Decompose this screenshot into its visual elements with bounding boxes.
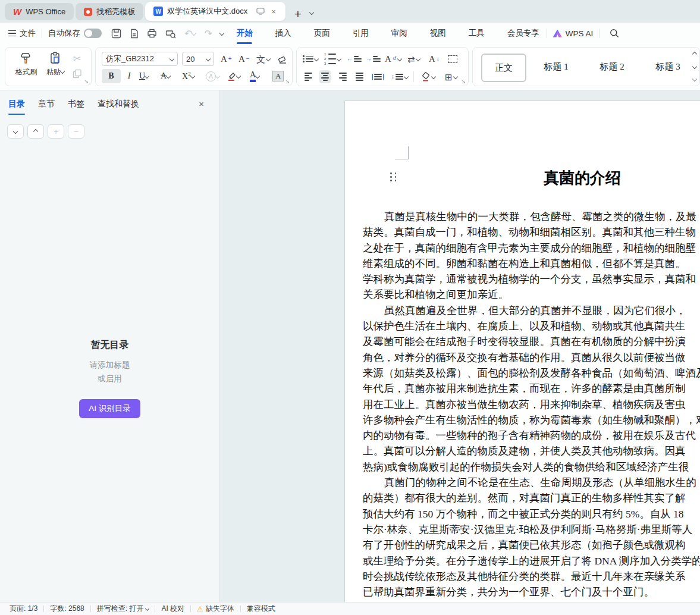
cut-icon[interactable]: ✂ bbox=[73, 53, 81, 64]
bold-button[interactable]: B bbox=[102, 69, 121, 83]
justify-button[interactable] bbox=[354, 70, 365, 83]
distribute-button[interactable] bbox=[371, 70, 385, 83]
font-dialog-launcher[interactable]: ↘ bbox=[285, 79, 290, 84]
autosave-toggle[interactable] bbox=[84, 29, 102, 38]
pinyin-guide-button[interactable]: A bbox=[204, 69, 221, 83]
text-effects-button[interactable]: 文 bbox=[256, 52, 270, 65]
line-spacing-button[interactable]: ↕ bbox=[390, 70, 410, 83]
align-center-button[interactable] bbox=[319, 70, 331, 83]
tab-list-chevron-icon[interactable] bbox=[309, 10, 314, 15]
tab-review[interactable]: 审阅 bbox=[390, 23, 409, 43]
redo-icon[interactable]: ↷ bbox=[204, 28, 212, 39]
decrease-indent-button[interactable]: ← bbox=[347, 52, 362, 65]
print-icon[interactable] bbox=[147, 29, 157, 38]
document-title[interactable]: 真菌的介绍 bbox=[345, 168, 700, 189]
document-canvas[interactable]: 真菌的介绍 真菌是真核生物中的一大类群，包含酵母、霉菌之类的微生物，及最菇类。真… bbox=[220, 90, 700, 602]
sidebar-tab-chapters[interactable]: 章节 bbox=[38, 99, 55, 115]
outline-expand-button[interactable]: + bbox=[48, 124, 64, 139]
doc-line: 及霉菌可能会在结成孢子时变得较显眼。真菌在有机物质的分解中扮演 bbox=[363, 334, 700, 349]
document-body[interactable]: 真菌是真核生物中的一大类群，包含酵母、霉菌之类的微生物，及最菇类。真菌自成一门，… bbox=[363, 209, 700, 602]
styles-group: 正文 标题 1 标题 2 标题 3 bbox=[472, 47, 700, 86]
ribbon: 格式刷 粘贴 ✂ ↘ 仿宋_GB2312 20 A+ A− 文 B I U A … bbox=[0, 44, 700, 90]
underline-button[interactable]: U bbox=[137, 69, 150, 83]
strikethrough-button[interactable]: A bbox=[159, 69, 172, 83]
shading-button[interactable] bbox=[419, 70, 437, 83]
search-icon[interactable] bbox=[610, 29, 619, 38]
highlight-button[interactable] bbox=[225, 69, 242, 83]
sidebar-tab-find-replace[interactable]: 查找和替换 bbox=[98, 99, 139, 115]
outline-collapse-button[interactable]: − bbox=[68, 124, 84, 139]
quick-access-chevron-icon[interactable] bbox=[219, 31, 224, 36]
align-left-button[interactable] bbox=[303, 70, 314, 83]
font-size-chevron-icon bbox=[206, 57, 211, 61]
style-heading3[interactable]: 标题 3 bbox=[646, 48, 689, 86]
close-tab-icon[interactable]: × bbox=[270, 7, 277, 16]
tab-page[interactable]: 页面 bbox=[313, 23, 331, 43]
font-color-button[interactable]: A bbox=[248, 69, 261, 83]
left-to-right-button[interactable]: ⇄ bbox=[407, 52, 420, 65]
shrink-font-button[interactable]: A− bbox=[238, 52, 250, 65]
monitor-icon[interactable] bbox=[256, 8, 265, 15]
char-shading-button[interactable]: A bbox=[271, 69, 285, 83]
font-name-select[interactable]: 仿宋_GB2312 bbox=[102, 52, 178, 66]
spell-check-status[interactable]: 拼写检查: 打开 bbox=[91, 604, 155, 614]
compat-mode-indicator[interactable]: 兼容模式 bbox=[241, 604, 281, 614]
italic-button[interactable]: I bbox=[121, 69, 137, 83]
divider bbox=[42, 29, 42, 38]
document-page[interactable]: 真菌的介绍 真菌是真核生物中的一大类群，包含酵母、霉菌之类的微生物，及最菇类。真… bbox=[344, 101, 700, 602]
tab-view[interactable]: 视图 bbox=[429, 23, 447, 43]
paragraph-dialog-launcher[interactable]: ↘ bbox=[461, 79, 466, 84]
tab-wps-office[interactable]: W WPS Office bbox=[5, 3, 74, 20]
style-heading1[interactable]: 标题 1 bbox=[535, 48, 577, 86]
tab-docer-template[interactable]: 找稻壳模板 bbox=[76, 3, 143, 20]
tab-reference[interactable]: 引用 bbox=[351, 23, 370, 43]
style-heading2[interactable]: 标题 2 bbox=[591, 48, 633, 86]
gallery-more-icon[interactable] bbox=[692, 77, 697, 81]
file-menu[interactable]: 文件 bbox=[20, 28, 36, 39]
bullet-list-button[interactable] bbox=[303, 52, 318, 65]
copy-icon[interactable] bbox=[73, 69, 82, 81]
outline-prev-button[interactable] bbox=[27, 124, 44, 139]
gallery-down-icon[interactable] bbox=[692, 64, 697, 69]
font-size-select[interactable]: 20 bbox=[182, 52, 214, 66]
missing-font-warning[interactable]: ⚠缺失字体 bbox=[191, 604, 240, 614]
ai-recognize-contents-button[interactable]: AI 识别目录 bbox=[79, 399, 140, 418]
sidebar-close-icon[interactable]: × bbox=[199, 99, 204, 109]
increase-indent-button[interactable]: → bbox=[366, 52, 381, 65]
tab-home[interactable]: 开始 bbox=[236, 23, 254, 43]
word-count[interactable]: 字数: 2568 bbox=[44, 604, 90, 614]
undo-icon[interactable]: ↶ bbox=[184, 28, 196, 39]
format-painter-button[interactable]: 格式刷 bbox=[12, 52, 40, 77]
doc-line: 年代后，真菌亦被用来制造抗生素，而现在，许多的酵素是由真菌所制 bbox=[363, 381, 700, 396]
sidebar-tab-contents[interactable]: 目录 bbox=[8, 99, 25, 115]
window-tab-bar: W WPS Office 找稻壳模板 W 双学位英译汉中文.docx × + bbox=[0, 0, 700, 23]
outline-next-button[interactable] bbox=[7, 124, 24, 139]
text-direction-button[interactable]: A↺ bbox=[385, 52, 401, 65]
sort-button[interactable]: A↓ bbox=[429, 52, 440, 65]
tab-member[interactable]: 会员专享 bbox=[506, 23, 541, 43]
page-indicator[interactable]: 页面: 1/3 bbox=[4, 604, 43, 614]
show-marks-button[interactable] bbox=[448, 52, 457, 65]
sidebar-tab-bookmarks[interactable]: 书签 bbox=[68, 99, 84, 115]
gallery-up-icon[interactable] bbox=[692, 52, 697, 57]
grow-font-button[interactable]: A+ bbox=[221, 52, 232, 65]
new-tab-button[interactable]: + bbox=[287, 8, 306, 23]
borders-button[interactable]: ⊞ bbox=[443, 70, 459, 83]
clipboard-dialog-launcher[interactable]: ↘ bbox=[84, 79, 89, 84]
export-pdf-icon[interactable] bbox=[130, 29, 139, 39]
ai-proofread-button[interactable]: AI 校对 bbox=[155, 604, 190, 614]
tab-insert[interactable]: 插入 bbox=[274, 23, 293, 43]
align-right-button[interactable] bbox=[337, 70, 349, 83]
empty-title: 暂无目录 bbox=[0, 339, 219, 352]
style-normal[interactable]: 正文 bbox=[481, 54, 526, 82]
clear-format-icon[interactable] bbox=[278, 52, 288, 65]
doc-line: 的菇类）都有很大的差别。然而，对真菌门真正的生物多样性其实了解 bbox=[363, 490, 700, 506]
tab-tools[interactable]: 工具 bbox=[467, 23, 486, 43]
wps-ai-button[interactable]: WPS AI bbox=[553, 29, 594, 38]
save-icon[interactable] bbox=[111, 29, 121, 39]
tab-document[interactable]: W 双学位英译汉中文.docx × bbox=[145, 2, 285, 21]
paste-button[interactable]: 粘贴 bbox=[42, 52, 68, 77]
superscript-button[interactable]: X2 bbox=[180, 69, 196, 83]
numbered-list-button[interactable]: 123 bbox=[324, 52, 341, 65]
print-preview-icon[interactable] bbox=[165, 29, 176, 39]
